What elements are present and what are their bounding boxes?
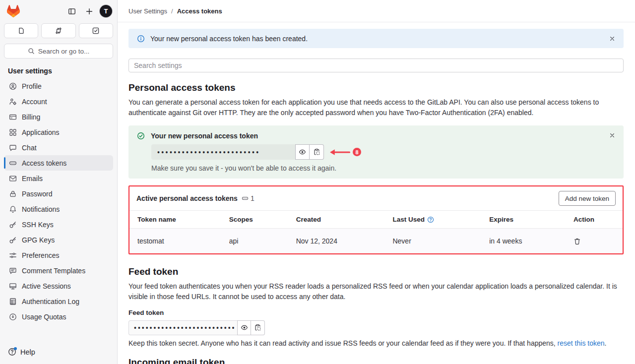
merge-requests-shortcut-button[interactable] — [41, 23, 75, 38]
monitor-icon — [9, 282, 17, 290]
save-token-note: Make sure you save it - you won't be abl… — [151, 164, 615, 172]
comment-lines-icon — [9, 267, 17, 275]
cell-last-used: Never — [384, 229, 481, 254]
add-new-token-button[interactable]: Add new token — [559, 191, 616, 206]
sidebar-item-label: Applications — [22, 128, 60, 136]
table-header-row: Token name Scopes Created Last Used Exp — [129, 211, 623, 229]
col-header-created: Created — [288, 211, 385, 229]
sidebar-item-preferences[interactable]: Preferences — [4, 247, 113, 263]
col-header-scopes: Scopes — [221, 211, 288, 229]
eye-icon — [241, 324, 248, 331]
breadcrumb-user-settings[interactable]: User Settings — [128, 7, 167, 15]
feed-token-field-label: Feed token — [128, 309, 624, 316]
question-circle-icon[interactable] — [427, 216, 434, 223]
sidebar-item-label: GPG Keys — [22, 236, 55, 244]
main-content: User Settings / Access tokens Your new p… — [118, 0, 635, 364]
sidebar-item-comment-templates[interactable]: Comment Templates — [4, 263, 113, 278]
close-icon[interactable] — [609, 132, 615, 138]
search-or-go-to[interactable]: Search or go to... — [4, 44, 113, 59]
col-header-last-used: Last Used — [384, 211, 481, 229]
reset-feed-token-link[interactable]: reset this token — [558, 339, 605, 347]
help-button[interactable]: Help — [0, 342, 117, 364]
banner-text: Your new personal access token has been … — [150, 35, 308, 43]
check-circle-icon — [137, 132, 145, 140]
sidebar-item-applications[interactable]: Applications — [4, 124, 113, 140]
sidebar-item-label: Emails — [22, 175, 43, 182]
token-icon — [9, 159, 17, 167]
feed-token-masked-field[interactable]: •••••••••••••••••••••••••• — [128, 320, 237, 335]
token-icon — [242, 195, 249, 202]
issues-shortcut-button[interactable] — [4, 23, 38, 38]
sidebar-item-profile[interactable]: Profile — [4, 78, 113, 94]
sidebar-item-access-tokens[interactable]: Access tokens — [4, 155, 113, 171]
sidebar-shortcuts — [0, 22, 117, 38]
trash-icon — [573, 238, 581, 245]
col-header-token-name: Token name — [129, 211, 221, 229]
copy-feed-token-button[interactable] — [251, 320, 265, 335]
avatar[interactable]: T — [100, 5, 112, 17]
sidebar-item-active-sessions[interactable]: Active Sessions — [4, 278, 113, 294]
reveal-token-button[interactable] — [295, 144, 310, 160]
sliders-icon — [9, 251, 17, 259]
eye-icon — [299, 148, 306, 156]
annotation-arrow-8: 8 — [328, 148, 361, 156]
envelope-icon — [9, 175, 17, 182]
help-notification-dot — [14, 347, 17, 350]
active-tokens-title: Active personal access tokens — [136, 194, 238, 202]
incoming-email-token-title: Incoming email token — [128, 357, 624, 364]
sidebar-item-password[interactable]: Password — [4, 186, 113, 201]
new-token-masked-field[interactable]: ••••••••••••••••••••••••• — [151, 144, 295, 160]
sidebar-item-label: Password — [22, 190, 52, 198]
sidebar-item-usage-quotas[interactable]: Usage Quotas — [4, 309, 113, 324]
sidebar-toggle-icon[interactable] — [65, 4, 79, 18]
billing-icon — [9, 113, 17, 121]
tokens-table: Token name Scopes Created Last Used Exp — [129, 210, 623, 253]
gitlab-logo[interactable] — [7, 5, 20, 17]
search-label: Search or go to... — [38, 48, 90, 55]
sidebar-item-label: Chat — [22, 144, 37, 152]
page-title: Personal access tokens — [128, 82, 624, 93]
new-token-alert-title: Your new personal access token — [151, 132, 258, 140]
sidebar-item-chat[interactable]: Chat — [4, 140, 113, 155]
feed-token-note: Keep this token secret. Anyone who has i… — [128, 339, 624, 347]
quota-gauge-icon — [9, 313, 17, 321]
sidebar-item-ssh-keys[interactable]: SSH Keys — [4, 217, 113, 232]
account-icon — [9, 98, 17, 106]
annotated-active-tokens-box: Active personal access tokens 1 Add new … — [128, 185, 624, 254]
todo-shortcut-button[interactable] — [79, 23, 113, 38]
close-icon[interactable] — [609, 36, 615, 42]
cell-expires: in 4 weeks — [481, 229, 566, 254]
pat-description: You can generate a personal access token… — [128, 97, 624, 118]
sidebar-item-authentication-log[interactable]: Authentication Log — [4, 294, 113, 309]
feed-token-description: Your feed token authenticates you when y… — [128, 281, 624, 302]
help-icon — [8, 348, 16, 356]
bell-icon — [9, 205, 17, 213]
copy-clipboard-icon — [313, 148, 320, 156]
sidebar-item-label: Usage Quotas — [22, 313, 66, 321]
table-row: testomat api Nov 12, 2024 Never in 4 wee… — [129, 229, 623, 254]
copy-token-button[interactable] — [310, 144, 324, 160]
merge-request-icon — [55, 27, 63, 35]
token-created-banner: Your new personal access token has been … — [128, 29, 624, 48]
sidebar-item-gpg-keys[interactable]: GPG Keys — [4, 232, 113, 247]
plus-icon[interactable] — [82, 4, 96, 18]
sidebar-item-label: Comment Templates — [22, 267, 85, 275]
annotation-number-badge: 8 — [353, 148, 361, 156]
chat-bubble-icon — [9, 144, 17, 152]
sidebar-item-account[interactable]: Account — [4, 94, 113, 109]
search-settings-input[interactable] — [128, 59, 624, 72]
profile-icon — [9, 82, 17, 90]
log-table-icon — [9, 298, 17, 305]
sidebar-item-notifications[interactable]: Notifications — [4, 201, 113, 217]
sidebar-item-label: Authentication Log — [22, 298, 79, 305]
col-header-action: Action — [566, 211, 623, 229]
search-icon — [28, 48, 35, 55]
copy-clipboard-icon — [254, 324, 261, 331]
reveal-feed-token-button[interactable] — [237, 320, 251, 335]
sidebar-item-emails[interactable]: Emails — [4, 171, 113, 186]
settings-content: Your new personal access token has been … — [118, 22, 635, 364]
revoke-token-button[interactable] — [573, 238, 581, 245]
key-icon — [9, 221, 17, 229]
breadcrumb: User Settings / Access tokens — [118, 0, 635, 22]
sidebar-item-billing[interactable]: Billing — [4, 109, 113, 124]
